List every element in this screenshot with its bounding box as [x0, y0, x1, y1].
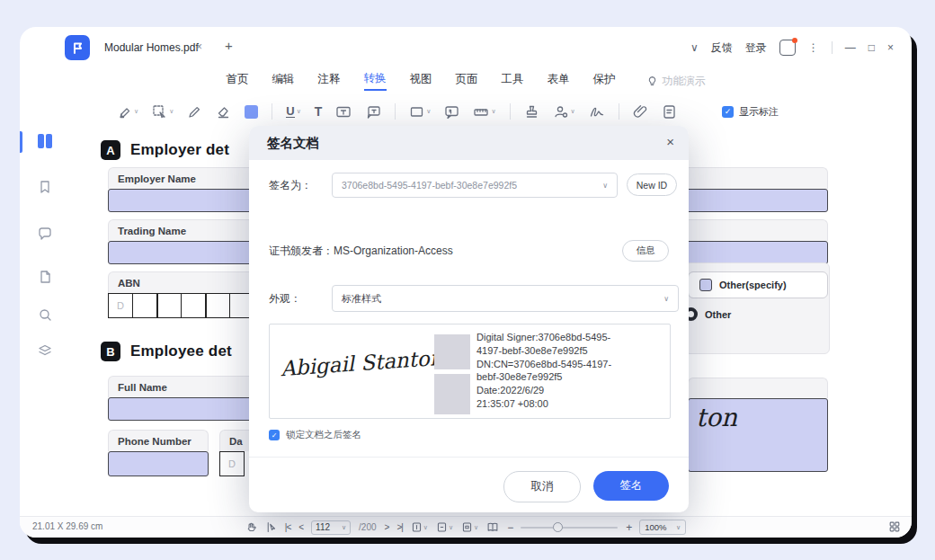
toolbar: ∨ ∨ U∨ T ∨ ∨ ∨ ✓ 显示标注: [20, 95, 912, 128]
single-page-view-button[interactable]: ∨: [411, 521, 428, 533]
more-menu-icon[interactable]: ⋮: [808, 41, 819, 54]
menu-page[interactable]: 页面: [456, 72, 478, 90]
underline-tool[interactable]: U∨: [286, 105, 301, 118]
menu-form[interactable]: 表单: [548, 72, 570, 90]
zoom-out-button[interactable]: −: [507, 521, 512, 534]
info-button[interactable]: 信息: [622, 240, 669, 262]
measure-tool[interactable]: ∨: [473, 104, 495, 120]
signature-scribble-icon: [589, 104, 605, 120]
other-specify-checkbox[interactable]: [699, 279, 712, 291]
last-page-button[interactable]: >|: [396, 522, 402, 532]
dialog-close-icon[interactable]: ×: [666, 134, 674, 149]
attachment-tool[interactable]: [633, 104, 648, 120]
feature-hint[interactable]: 功能演示: [646, 74, 706, 89]
menu-comment[interactable]: 注释: [318, 72, 341, 90]
file-note-icon: [662, 104, 677, 120]
divider: [510, 103, 511, 120]
feedback-button[interactable]: 反馈: [711, 40, 733, 56]
abn-cell[interactable]: D: [108, 293, 132, 318]
section-a-heading: A Employer det: [101, 140, 229, 160]
tab-close-icon[interactable]: ×: [196, 40, 202, 53]
show-annotations-toggle[interactable]: ✓ 显示标注: [722, 105, 779, 119]
sign-button[interactable]: 签名: [593, 471, 669, 501]
divider: [395, 103, 396, 120]
first-page-button[interactable]: |<: [285, 522, 290, 532]
abn-cell[interactable]: [181, 293, 205, 318]
comments-panel-icon[interactable]: [38, 227, 52, 244]
highlighter-tool[interactable]: ∨: [117, 104, 138, 120]
abn-cell[interactable]: [205, 293, 229, 318]
rectangle-icon: [409, 104, 424, 120]
minimize-button[interactable]: —: [845, 41, 856, 54]
abn-cell[interactable]: [132, 293, 156, 318]
pencil-icon: [187, 104, 202, 120]
underline-icon: U: [286, 105, 294, 118]
zoom-slider-knob[interactable]: [553, 522, 563, 532]
lock-after-signing-toggle[interactable]: ✓ 锁定文档之后签名: [269, 429, 361, 441]
menu-convert[interactable]: 转换: [364, 71, 387, 91]
document-tab[interactable]: Modular Homes.pdf: [104, 41, 199, 54]
new-tab-button[interactable]: +: [225, 38, 233, 53]
grid-view-icon[interactable]: [888, 520, 901, 533]
certificate-issuer: 证书颁发者：MS-Organization-Access: [269, 244, 453, 259]
menu-protect[interactable]: 保护: [593, 72, 616, 90]
attachments-panel-icon[interactable]: [38, 270, 52, 288]
maximize-button[interactable]: □: [868, 41, 875, 54]
pencil-tool[interactable]: [187, 104, 202, 120]
sticky-note-tool[interactable]: [444, 104, 459, 120]
fit-width-view-button[interactable]: ∨: [436, 521, 453, 533]
divider: [832, 41, 833, 54]
checked-checkbox-icon: ✓: [269, 430, 280, 440]
shape-tool[interactable]: ∨: [409, 104, 431, 120]
callout-tool[interactable]: [365, 104, 381, 120]
paperclip-icon: [633, 104, 648, 120]
appearance-select[interactable]: 标准样式 ∨: [332, 285, 679, 312]
select-cursor-icon[interactable]: [265, 521, 277, 533]
close-window-button[interactable]: ×: [887, 41, 894, 54]
other-specify-option[interactable]: Other(specify): [688, 271, 828, 298]
fit-page-view-button[interactable]: ∨: [461, 521, 478, 533]
digital-id-tool[interactable]: ∨: [553, 104, 575, 120]
divider: [619, 103, 619, 120]
digital-id-select[interactable]: 3706e8bd-5495-4197-bebf-30e8e7e992f5 ∨: [332, 173, 618, 198]
thumbnails-panel-icon[interactable]: [38, 134, 52, 148]
hand-tool-icon[interactable]: [245, 521, 257, 533]
zoom-level-select[interactable]: 100% ∨: [639, 520, 686, 535]
employee-signature-field[interactable]: ton: [688, 398, 828, 472]
zoom-in-button[interactable]: +: [626, 521, 631, 534]
abn-cell[interactable]: [156, 293, 181, 318]
app-logo-icon[interactable]: [65, 35, 90, 60]
other-option[interactable]: Other: [684, 307, 731, 321]
menu-view[interactable]: 视图: [410, 72, 432, 90]
zoom-slider[interactable]: [521, 527, 618, 529]
login-button[interactable]: 登录: [745, 40, 767, 56]
page-number-input[interactable]: 112 ∨: [311, 520, 351, 535]
new-id-button[interactable]: New ID: [627, 173, 677, 196]
text-tool[interactable]: T: [315, 104, 323, 119]
stamp-icon: [524, 104, 539, 120]
layers-panel-icon[interactable]: [38, 343, 52, 361]
chevron-down-icon[interactable]: ∨: [690, 41, 699, 54]
menu-home[interactable]: 首页: [227, 72, 249, 90]
next-page-button[interactable]: >: [385, 522, 389, 532]
cancel-button[interactable]: 取消: [503, 471, 581, 502]
phone-number-input[interactable]: [108, 451, 209, 476]
menu-edit[interactable]: 编辑: [272, 72, 295, 90]
date-cell[interactable]: D: [219, 451, 245, 476]
stamp-tool[interactable]: [524, 104, 539, 120]
handwritten-signature-tool[interactable]: [589, 104, 605, 120]
preview-placeholder-block: [434, 374, 470, 414]
color-swatch[interactable]: [245, 105, 258, 119]
eraser-tool[interactable]: [216, 104, 231, 120]
bookmarks-panel-icon[interactable]: [38, 180, 52, 198]
previous-page-button[interactable]: <: [298, 522, 303, 532]
search-panel-icon[interactable]: [38, 307, 52, 325]
file-summary-tool[interactable]: [662, 104, 677, 120]
select-tool[interactable]: ∨: [152, 104, 174, 120]
promotion-icon[interactable]: [779, 40, 796, 56]
textbox-tool[interactable]: [335, 104, 352, 120]
two-page-view-icon[interactable]: [486, 521, 499, 533]
menu-tools[interactable]: 工具: [502, 72, 524, 90]
left-sidebar: [20, 128, 71, 517]
sign-as-label: 签名为：: [269, 178, 312, 193]
